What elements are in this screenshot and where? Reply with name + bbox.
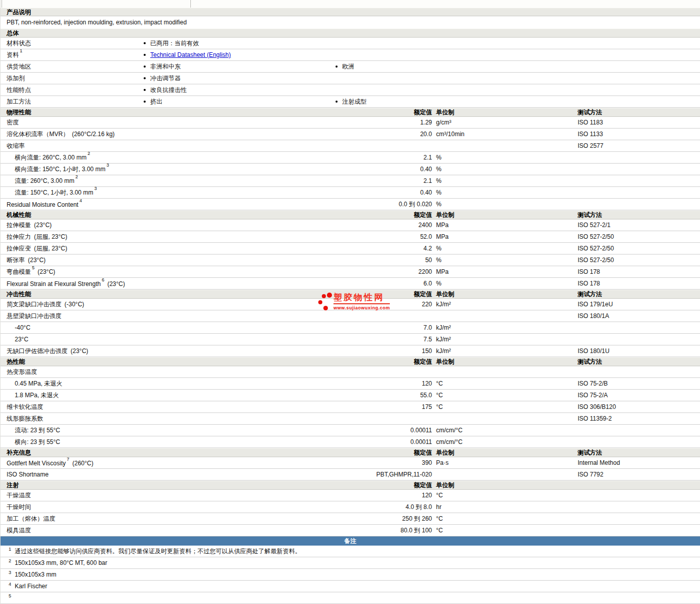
col-method: 测试方法	[578, 211, 700, 219]
prop-unit: hr	[432, 503, 578, 511]
footnote-ref: 2	[76, 174, 78, 179]
property-row: 加工（熔体）温度 250 到 260 °C	[1, 513, 700, 525]
table-border-line	[2, 0, 2, 8]
prop-value: 0.00011	[356, 438, 432, 446]
section-title: 注射	[1, 481, 356, 490]
property-row: 维卡软化温度 175 °C ISO 306/B120	[1, 401, 700, 413]
top-table-remnant	[1, 0, 700, 8]
section-rows: 密度 1.29 g/cm³ ISO 1183 溶化体积流率（MVR）(260°C…	[1, 117, 700, 210]
bullet-item-2: 欧洲	[336, 62, 700, 71]
prop-unit: %	[432, 189, 578, 196]
bullet-icon	[144, 89, 146, 91]
prop-value: 20.0	[356, 131, 432, 138]
prop-value: 1.29	[356, 119, 432, 126]
prop-method: ISO 527-2/50	[578, 257, 700, 264]
prop-name: -40°C	[15, 324, 30, 331]
product-description-text: PBT, non-reinforced, injection moulding,…	[7, 19, 187, 26]
property-row: 流量: 150°C, 1小时, 3.00 mm3 0.40 %	[1, 187, 700, 199]
bullet-icon	[144, 54, 146, 56]
col-rated: 额定值	[356, 108, 432, 117]
prop-name: ISO Shortname	[7, 471, 49, 478]
col-rated: 额定值	[356, 358, 432, 366]
prop-unit: cm/cm/°C	[432, 438, 578, 446]
general-rows: 材料状态 已商用：当前有效 资料1 Technical Datasheet (E…	[1, 38, 700, 108]
general-row-label: 资料	[7, 51, 19, 58]
prop-value: 6.0	[356, 280, 432, 287]
property-row: 0.45 MPa, 未退火 120 °C ISO 75-2/B	[1, 378, 700, 390]
bullet-item-text: 欧洲	[342, 63, 354, 70]
prop-value: 50	[356, 257, 432, 264]
logo-site-url: www.sujiaowuxing.com	[334, 305, 390, 310]
property-row: 拉伸模量(23°C) 2400 MPa ISO 527-2/1	[1, 219, 700, 231]
prop-value: 150	[356, 347, 432, 355]
general-row: 材料状态 已商用：当前有效	[1, 38, 700, 49]
prop-name: 加工（熔体）温度	[7, 515, 55, 522]
bullet-item-text: 挤出	[150, 98, 162, 105]
col-unit: 单位制	[432, 358, 578, 366]
property-row: 流量: 260°C, 3.00 mm2 2.1 %	[1, 175, 700, 187]
logo-dots-icon	[316, 293, 331, 311]
section-title: 补充信息	[1, 449, 356, 457]
prop-unit: kJ/m²	[432, 347, 578, 355]
bullet-item-text: 已商用：当前有效	[150, 40, 199, 47]
prop-cond: (-30°C)	[64, 301, 84, 308]
prop-unit: %	[432, 245, 578, 252]
bullet-item-1: 冲击调节器	[144, 74, 336, 83]
prop-cond: (23°C)	[107, 280, 125, 288]
section-title: 物理性能	[1, 108, 356, 117]
prop-name: 干燥温度	[7, 492, 31, 499]
property-row: 拉伸应变(屈服, 23°C) 4.2 % ISO 527-2/50	[1, 243, 700, 255]
property-row: 收缩率 ISO 2577	[1, 140, 700, 152]
property-section: 注射 额定值 单位制 干燥温度 120 °C 干燥时间 4.0 到 8.0 hr…	[1, 481, 700, 536]
prop-value: 120	[356, 492, 432, 499]
table-border-line	[190, 0, 191, 8]
section-title: 产品说明	[7, 9, 31, 16]
prop-method: ISO 180/1A	[578, 312, 700, 320]
prop-unit: %	[432, 280, 578, 287]
property-row: Residual Moisture Content4 0.0 到 0.020 %	[1, 199, 700, 210]
prop-unit: kJ/m²	[432, 336, 578, 343]
prop-cond: (屈服, 23°C)	[34, 245, 67, 252]
prop-unit: MPa	[432, 221, 578, 229]
property-row: 横向流量: 260°C, 3.00 mm2 2.1 %	[1, 152, 700, 164]
prop-unit: kJ/m²	[432, 324, 578, 331]
prop-value: 0.40	[356, 189, 432, 196]
prop-name: 横向流量: 260°C, 3.00 mm	[15, 154, 87, 161]
property-row: Gottfert Melt Viscosity7(260°C) 390 Pa·s…	[1, 457, 700, 469]
general-row-label: 加工方法	[7, 98, 31, 105]
bullet-icon	[336, 101, 338, 103]
prop-name: 干燥时间	[7, 503, 31, 511]
section-header-general: 总体	[1, 28, 700, 38]
prop-value: 2200	[356, 268, 432, 275]
prop-name: 溶化体积流率（MVR）	[7, 131, 69, 138]
bullet-icon	[144, 66, 146, 68]
prop-name: 简支梁缺口冲击强度	[7, 301, 61, 308]
prop-name: 模具温度	[7, 527, 31, 534]
prop-unit: °C	[432, 515, 578, 522]
prop-method: ISO 178	[578, 280, 700, 287]
col-method: 测试方法	[578, 358, 700, 366]
note-row: 2 150x105x3 mm, 80°C MT, 600 bar	[1, 557, 700, 569]
property-section-header: 物理性能 额定值 单位制 测试方法	[1, 108, 700, 117]
bullet-item-1: 改良抗撞击性	[144, 86, 336, 94]
note-text: 通过这些链接您能够访问供应商资料。我们尽量保证及时更新资料；不过您可以从供应商处…	[15, 547, 301, 556]
property-section-header: 注射 额定值 单位制	[1, 481, 700, 490]
prop-name: 线形膨胀系数	[7, 415, 43, 422]
prop-method: ISO 75-2/A	[578, 392, 700, 399]
note-row: 3 150x105x3 mm	[1, 569, 700, 581]
notes-rows: 1 通过这些链接您能够访问供应商资料。我们尽量保证及时更新资料；不过您可以从供应…	[1, 546, 700, 604]
prop-name: 拉伸模量	[7, 221, 31, 229]
property-row: 热变形温度	[1, 366, 700, 378]
property-row: -40°C 7.0 kJ/m²	[1, 322, 700, 334]
prop-unit: °C	[432, 380, 578, 387]
prop-value: 390	[356, 459, 432, 466]
property-row: 流动: 23 到 55°C 0.00011 cm/cm/°C	[1, 425, 700, 436]
technical-datasheet-link[interactable]: Technical Datasheet (English)	[150, 51, 231, 58]
prop-value: 7.0	[356, 324, 432, 331]
prop-name: 拉伸应力	[7, 233, 31, 240]
prop-cond: (260°C/2.16 kg)	[72, 131, 115, 138]
property-row: Flexural Strain at Flexural Strength6(23…	[1, 278, 700, 290]
datasheet-page: 产品说明 PBT, non-reinforced, injection moul…	[0, 0, 700, 604]
prop-method: ISO 7792	[578, 471, 700, 478]
prop-method: ISO 527-2/1	[578, 221, 700, 229]
